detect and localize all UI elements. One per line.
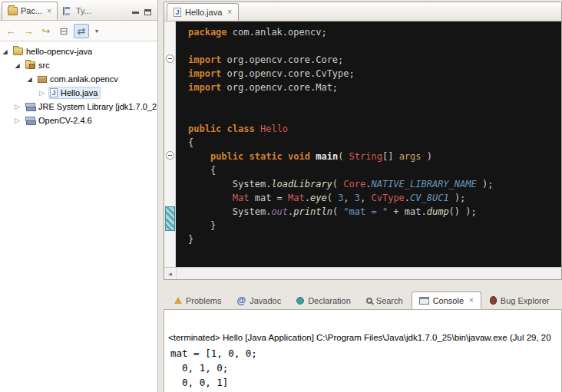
tab-hello-java-editor[interactable]: J Hello.java × [167,3,239,21]
collapse-all-icon[interactable]: ⊟ [56,24,71,38]
search-icon [366,298,372,304]
tree-item-src[interactable]: ◢ src [0,58,157,72]
tab-declaration[interactable]: Declaration [289,292,358,309]
tree-item-label: hello-opencv-java [26,47,92,56]
collapse-icon[interactable]: ▷ [14,117,21,124]
tab-problems[interactable]: Problems [167,292,228,309]
editor-tabbar: J Hello.java × [164,2,561,21]
type-hierarchy-icon [63,7,73,15]
project-folder-icon [13,48,23,55]
expand-icon[interactable]: ◢ [2,48,8,55]
editor-area: J Hello.java × package com.anlak.opencv;… [164,2,562,280]
tab-console[interactable]: Console × [412,292,481,309]
declaration-icon [296,297,304,305]
tab-search-label: Search [376,296,403,305]
maximize-icon[interactable] [144,9,151,15]
package-explorer-toolbar: ← → ↪ ⊟ ⇄ ▼ [0,21,157,41]
bottom-view-tabbar: Problems @ Javadoc Declaration Search Co… [164,289,562,309]
java-file-icon: J [50,88,58,97]
library-icon [25,117,35,125]
fold-marker-icon[interactable] [166,151,174,160]
tab-type-hierarchy[interactable]: Ty... [58,2,97,20]
tree-item-label: OpenCV-2.4.6 [38,116,92,125]
console-icon [419,297,429,305]
code-lines: package com.anlak.opencv; import org.ope… [176,21,561,267]
minimize-icon[interactable] [132,12,139,14]
tab-javadoc[interactable]: @ Javadoc [230,292,288,309]
scroll-left-icon[interactable]: ◂ [164,268,177,279]
tab-bug-explorer-label: Bug Explorer [501,296,550,305]
tree-item-opencv-library[interactable]: ▷ OpenCV-2.4.6 [0,114,157,127]
fold-ruler[interactable] [164,21,176,267]
tab-bug[interactable]: Bug [557,292,562,309]
editor-tab-label: Hello.java [185,8,222,17]
tab-package-explorer-label: Pac... [21,6,42,15]
horizontal-scrollbar[interactable]: ◂ [164,267,561,279]
bug-icon [490,296,497,305]
project-tree: ◢ hello-opencv-java ◢ src ◢ com.anlak.op… [0,41,157,392]
tab-javadoc-label: Javadoc [250,296,281,305]
package-icon [38,76,47,83]
bottom-view-area: Problems @ Javadoc Declaration Search Co… [164,289,562,392]
java-file-icon: J [174,8,181,17]
tab-console-label: Console [433,296,464,305]
collapse-icon[interactable]: ▷ [14,103,21,110]
package-explorer-view: Pac... × Ty... ← → ↪ ⊟ ⇄ ▼ ◢ [0,0,158,392]
eclipse-window: Pac... × Ty... ← → ↪ ⊟ ⇄ ▼ ◢ [0,0,562,392]
close-icon[interactable]: × [45,7,51,15]
tree-item-package[interactable]: ◢ com.anlak.opencv [0,72,157,86]
tree-item-label: src [38,61,50,70]
tree-item-label: com.anlak.opencv [50,74,118,84]
console-view[interactable]: <terminated> Hello [Java Application] C:… [164,309,562,392]
focus-icon[interactable]: ↪ [38,24,54,38]
tab-type-hierarchy-label: Ty... [76,6,91,15]
javadoc-icon: @ [236,295,246,306]
selection-annotation [165,206,175,231]
tree-item-label: JRE System Library [jdk1.7.0_25] [38,102,157,111]
source-folder-icon [25,61,35,69]
tab-bug-explorer[interactable]: Bug Explorer [483,292,557,309]
problems-icon [174,297,182,304]
tree-item-label: Hello.java [61,88,98,97]
tab-declaration-label: Declaration [308,296,351,305]
tab-package-explorer[interactable]: Pac... × [2,2,58,20]
tree-item-project[interactable]: ◢ hello-opencv-java [0,44,157,58]
close-icon[interactable]: × [226,8,232,16]
expand-icon[interactable]: ◢ [26,76,33,83]
tab-search[interactable]: Search [359,292,410,309]
package-explorer-icon [8,7,18,15]
expand-icon[interactable]: ◢ [14,62,21,69]
forward-arrow-icon[interactable]: → [21,24,36,38]
console-header: <terminated> Hello [Java Application] C:… [164,310,561,342]
collapse-icon[interactable]: ▷ [38,89,45,97]
left-view-tabbar: Pac... × Ty... [0,0,157,21]
tab-problems-label: Problems [186,296,221,305]
close-icon[interactable]: × [468,296,474,305]
view-window-buttons [132,9,157,20]
back-arrow-icon[interactable]: ← [3,24,18,38]
view-menu-icon[interactable]: ▼ [91,24,102,38]
fold-marker-icon[interactable] [166,54,174,63]
console-output[interactable]: mat = [1, 0, 0; 0, 1, 0; 0, 0, 1] [164,346,561,390]
tree-item-jre-library[interactable]: ▷ JRE System Library [jdk1.7.0_25] [0,100,157,114]
code-editor[interactable]: package com.anlak.opencv; import org.ope… [164,21,561,267]
link-with-editor-icon[interactable]: ⇄ [74,24,89,38]
tree-item-hello-java[interactable]: ▷ J Hello.java [0,86,157,100]
library-icon [25,103,35,111]
